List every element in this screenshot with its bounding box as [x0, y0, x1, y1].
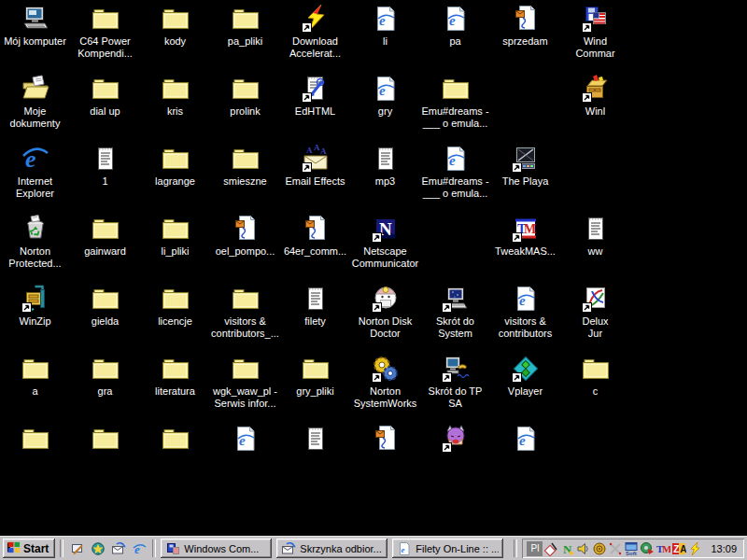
- desktop-icon-wind-commar[interactable]: Wind Commar: [560, 4, 630, 60]
- ie-icon: e: [21, 144, 50, 174]
- desktop-icon-tweakmas[interactable]: TMTweakMAS...: [490, 214, 560, 258]
- desktop-icon-ie-doc[interactable]: e: [490, 424, 560, 454]
- tray-icon-pen-tablet[interactable]: [544, 541, 559, 556]
- desktop-icon-internet-explorer[interactable]: eInternet Explorer: [0, 144, 70, 200]
- desktop-icon-folder[interactable]: [140, 424, 210, 454]
- desktop-icon-gry-pliki[interactable]: gry_pliki: [280, 354, 350, 398]
- desktop-icon-edhtml[interactable]: EdHTML: [280, 74, 350, 118]
- desktop-icon-smieszne[interactable]: smieszne: [210, 144, 280, 188]
- desktop-icon-the-playa[interactable]: The Playa: [490, 144, 560, 188]
- desktop-icon-prolink[interactable]: prolink: [210, 74, 280, 118]
- folder-icon: [161, 144, 190, 174]
- desktop-icon-oel-pompo[interactable]: oel_pompo...: [210, 214, 280, 258]
- desktop-icon-mp3[interactable]: mp3: [350, 144, 420, 188]
- tray-icon-dialer[interactable]: [592, 541, 607, 556]
- desktop-icon-norton-systemworks[interactable]: Norton SystemWorks: [350, 354, 420, 410]
- desktop-icon-vplayer[interactable]: Vplayer: [490, 354, 560, 398]
- desktop-icon-kody[interactable]: kody: [140, 4, 210, 48]
- desktop-icon-emu-dreams-o-emula[interactable]: eEmu#dreams - ___ o emula...: [420, 144, 490, 200]
- desktop-icon-c64-power-kompendi[interactable]: C64 Power Kompendi...: [70, 4, 140, 60]
- desktop-icon-pa-pliki[interactable]: pa_pliki: [210, 4, 280, 48]
- ie-doc-icon: e: [231, 424, 261, 454]
- desktop-icon-label: Emu#dreams - ___ o emula...: [412, 105, 500, 130]
- desktop-icon-skrót-do-system[interactable]: Skrót do System: [420, 284, 490, 340]
- desktop-icon-skrót-do-tp-sa[interactable]: Skrót do TP SA: [420, 354, 490, 410]
- my-computer-icon: [21, 4, 50, 34]
- desktop-icon-download-accelerat[interactable]: Download Accelerat...: [280, 4, 350, 60]
- taskbar-button-filety-on-line[interactable]: eFilety On-Line :: ...: [392, 539, 503, 558]
- desktop-icon-gry[interactable]: egry: [350, 74, 420, 118]
- tray-icon-downloader[interactable]: [640, 541, 655, 556]
- tray-icon-network-x[interactable]: [608, 541, 623, 556]
- desktop-icon-c[interactable]: c: [560, 354, 630, 398]
- desktop-icon-norton-protected[interactable]: Norton Protected...: [0, 214, 70, 270]
- desktop-icon-gra[interactable]: gra: [70, 354, 140, 398]
- desktop-icon-gainward[interactable]: gainward: [70, 214, 140, 258]
- desktop-icon-folder[interactable]: [0, 424, 70, 454]
- desktop-icon-licencje[interactable]: licencje: [140, 284, 210, 328]
- desktop-icon-mail-doc[interactable]: [350, 424, 420, 454]
- tray-icon-zonealarm[interactable]: ZA: [671, 541, 686, 556]
- desktop-icon-1[interactable]: 1: [70, 144, 140, 188]
- mail-doc-icon: [231, 214, 261, 244]
- vplayer-icon: [511, 354, 541, 384]
- desktop-icon-sprzedam[interactable]: sprzedam: [490, 4, 560, 48]
- desktop-icon-moje-dokumenty[interactable]: Moje dokumenty: [0, 74, 70, 130]
- folder-icon: [231, 4, 261, 34]
- desktop-icon-li-pliki[interactable]: li_pliki: [140, 214, 210, 258]
- desktop-icon-literatura[interactable]: literatura: [140, 354, 210, 398]
- desktop-icon-notepad[interactable]: [280, 424, 350, 454]
- my-documents-icon: [21, 74, 50, 104]
- desktop-icon-emu-dreams-o-emula[interactable]: Emu#dreams - ___ o emula...: [420, 74, 490, 130]
- quick-launch-internet-explorer-icon[interactable]: e: [130, 539, 148, 557]
- quick-launch-view-channels-icon[interactable]: [89, 539, 106, 557]
- tray-icon-green-n[interactable]: N: [560, 541, 575, 556]
- desktop-icon-li[interactable]: eli: [350, 4, 420, 48]
- desktop-icon-lagrange[interactable]: lagrange: [140, 144, 210, 188]
- lightning-icon: [301, 4, 331, 34]
- desktop-icon-visitors-contributors[interactable]: visitors & contributors_...: [210, 284, 280, 340]
- desktop-icon-wgk-waw-pl-serwis-infor[interactable]: wgk_waw_pl - Serwis infor...: [210, 354, 280, 410]
- desktop-icon-dial-up[interactable]: dial up: [70, 74, 140, 118]
- desktop-icon-ie-doc[interactable]: e: [210, 424, 280, 454]
- desktop-icon-pa[interactable]: epa: [420, 4, 490, 48]
- desktop-icon-a[interactable]: a: [0, 354, 70, 398]
- gears-icon: [371, 354, 401, 384]
- tray-icon-volume[interactable]: [576, 541, 591, 556]
- desktop-icon-folder[interactable]: [70, 424, 140, 454]
- desktop-icon-norton-disk-doctor[interactable]: Norton Disk Doctor: [350, 284, 420, 340]
- desktop-icon-64er-comm[interactable]: 64er_comm...: [280, 214, 350, 258]
- desktop-icon-label: Netscape Communicator: [342, 245, 430, 270]
- language-indicator[interactable]: Pl: [527, 541, 543, 556]
- notepad-icon: [301, 284, 331, 314]
- desktop-icon-winzip[interactable]: WinZip: [0, 284, 70, 328]
- delux-icon: [581, 284, 611, 314]
- tray-icon-tm[interactable]: TM: [655, 541, 670, 556]
- desktop-icon-kris[interactable]: kris: [140, 74, 210, 118]
- desktop-icon-winl[interactable]: Winl: [560, 74, 630, 118]
- desktop-icon-filety[interactable]: filety: [280, 284, 350, 328]
- tray-icon-soft[interactable]: Soft: [624, 541, 639, 556]
- desktop-icon-netscape-communicator[interactable]: NNetscape Communicator: [350, 214, 420, 270]
- desktop-icon-visitors-contributors[interactable]: evisitors & contributors: [490, 284, 560, 340]
- desktop-icon-anime[interactable]: [420, 424, 490, 454]
- folder-icon: [91, 424, 120, 454]
- taskbar-button-windows-com[interactable]: Windows Com...: [161, 539, 272, 558]
- start-button[interactable]: Start: [3, 539, 55, 558]
- taskbar-clock[interactable]: 13:09: [711, 543, 737, 554]
- quick-launch-outlook-express-icon[interactable]: [109, 539, 127, 557]
- taskbar-button-skrzynka-odbior[interactable]: Skrzynka odbior...: [276, 539, 388, 558]
- desktop-icon-email-effects[interactable]: AAAEmail Effects: [280, 144, 350, 188]
- ie-doc-icon: e: [371, 74, 401, 104]
- recycle-bin-icon: [21, 214, 50, 244]
- desktop-icon-ww[interactable]: ww: [560, 214, 630, 258]
- desktop-icon-mój-komputer[interactable]: Mój komputer: [0, 4, 70, 48]
- ie-doc-icon: e: [441, 144, 471, 174]
- desktop-icon-label: Delux Jur: [552, 315, 640, 340]
- tray-icon-lightning[interactable]: [687, 541, 702, 556]
- quick-launch-show-desktop-icon[interactable]: [68, 539, 86, 557]
- svg-text:A: A: [314, 144, 320, 152]
- desktop-icon-delux-jur[interactable]: Delux Jur: [560, 284, 630, 340]
- desktop-icon-gielda[interactable]: gielda: [70, 284, 140, 328]
- folder-icon: [231, 354, 261, 384]
